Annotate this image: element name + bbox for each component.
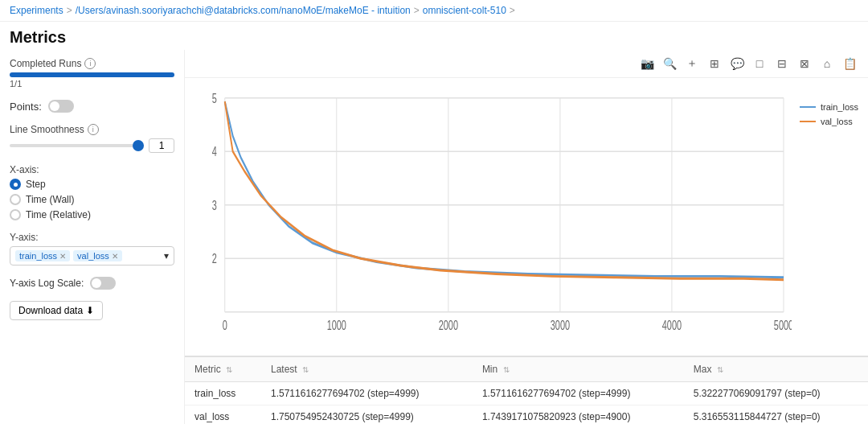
tag-val-loss: val_loss ✕: [73, 250, 122, 261]
main-layout: Completed Runs i 1/1 Points: Line Smooth…: [0, 50, 868, 424]
legend-val-loss: val_loss: [800, 117, 858, 126]
xaxis-step-label: Step: [26, 179, 46, 190]
chart-svg: 5 4 3 2 0 1000 2000 3000 4000 5000: [185, 78, 800, 356]
toolbar-grid-icon[interactable]: ⊞: [706, 55, 723, 72]
toolbar-box-icon[interactable]: □: [751, 55, 768, 72]
cell-metric-0: train_loss: [185, 382, 261, 405]
chart-content: 5 4 3 2 0 1000 2000 3000 4000 5000: [185, 78, 868, 356]
toolbar-chat-icon[interactable]: 💬: [728, 55, 746, 72]
sep3: >: [510, 5, 515, 16]
download-button[interactable]: Download data ⬇: [10, 301, 103, 320]
cell-latest-1: 1.750754952430725 (step=4999): [261, 405, 473, 425]
col-max[interactable]: Max ⇅: [684, 357, 868, 382]
chart-area: 📷 🔍 ＋ ⊞ 💬 □ ⊟ ⊠ ⌂ 📋: [185, 50, 868, 424]
svg-text:4000: 4000: [662, 318, 682, 333]
smoothness-label: Line Smoothness: [10, 124, 84, 135]
toolbar-clipboard-icon[interactable]: 📋: [841, 55, 858, 72]
sidebar: Completed Runs i 1/1 Points: Line Smooth…: [0, 50, 185, 424]
smoothness-value-input[interactable]: 1: [149, 138, 174, 153]
completed-runs-label: Completed Runs: [10, 58, 81, 69]
log-scale-toggle[interactable]: [90, 277, 116, 290]
tag-train-loss: train_loss ✕: [15, 250, 70, 261]
svg-text:5: 5: [212, 90, 217, 105]
points-section: Points:: [10, 100, 174, 113]
cell-latest-0: 1.5711616277694702 (step=4999): [261, 382, 473, 405]
breadcrumb: Experiments > /Users/avinash.sooriyarach…: [0, 0, 868, 22]
toolbar-plus-icon[interactable]: ＋: [683, 55, 701, 72]
toolbar-zoom-icon[interactable]: 🔍: [661, 55, 678, 72]
metrics-table-area: Metric ⇅ Latest ⇅ Min ⇅ Max ⇅ train_loss…: [185, 356, 868, 424]
chart-legend: train_loss val_loss: [800, 78, 868, 356]
yaxis-label: Y-axis:: [10, 232, 39, 243]
chart-toolbar: 📷 🔍 ＋ ⊞ 💬 □ ⊟ ⊠ ⌂ 📋: [185, 50, 868, 78]
svg-text:1000: 1000: [327, 318, 347, 333]
svg-text:0: 0: [223, 318, 227, 333]
nav-run[interactable]: omniscient-colt-510: [423, 5, 506, 16]
xaxis-label: X-axis:: [10, 164, 39, 175]
smoothness-slider[interactable]: [10, 144, 144, 147]
yaxis-dropdown-icon[interactable]: ▾: [164, 250, 169, 261]
legend-train-loss-label: train_loss: [821, 102, 858, 112]
metrics-table: Metric ⇅ Latest ⇅ Min ⇅ Max ⇅ train_loss…: [185, 357, 868, 424]
cell-max-1: 5.316553115844727 (step=0): [684, 405, 868, 425]
legend-val-loss-label: val_loss: [821, 117, 853, 126]
xaxis-radio-group: Step Time (Wall) Time (Relative): [10, 179, 174, 220]
toolbar-camera-icon[interactable]: 📷: [638, 55, 656, 72]
tag-val-loss-remove[interactable]: ✕: [112, 252, 118, 261]
xaxis-step[interactable]: Step: [10, 179, 174, 190]
toolbar-cross-icon[interactable]: ⊠: [796, 55, 813, 72]
nav-experiments[interactable]: Experiments: [10, 5, 63, 16]
cell-min-1: 1.7439171075820923 (step=4900): [473, 405, 684, 425]
svg-text:3: 3: [212, 197, 217, 212]
legend-train-loss-line: [800, 106, 816, 108]
xaxis-time-wall-radio[interactable]: [10, 194, 21, 205]
completed-runs-section: Completed Runs i 1/1: [10, 58, 174, 89]
svg-text:5000: 5000: [774, 318, 792, 333]
yaxis-tags: train_loss ✕ val_loss ✕: [15, 250, 164, 261]
smoothness-section: Line Smoothness i 1: [10, 124, 174, 153]
runs-count: 1/1: [10, 79, 174, 89]
sep1: >: [67, 5, 72, 16]
xaxis-section: X-axis: Step Time (Wall) Time (Relative): [10, 164, 174, 220]
xaxis-time-relative-label: Time (Relative): [26, 209, 91, 220]
cell-max-0: 5.322277069091797 (step=0): [684, 382, 868, 405]
points-toggle[interactable]: [48, 100, 74, 113]
cell-metric-1: val_loss: [185, 405, 261, 425]
progress-bar: [10, 72, 174, 77]
nav-path1[interactable]: /Users/avinash.sooriyarachchi@databricks…: [76, 5, 411, 16]
smoothness-info-icon[interactable]: i: [88, 124, 99, 135]
log-scale-label: Y-axis Log Scale:: [10, 278, 84, 289]
table-row: val_loss 1.750754952430725 (step=4999) 1…: [185, 405, 868, 425]
legend-train-loss: train_loss: [800, 102, 858, 112]
xaxis-step-radio[interactable]: [10, 179, 21, 190]
page-title: Metrics: [0, 22, 868, 50]
svg-text:3000: 3000: [551, 318, 571, 333]
yaxis-section: Y-axis: train_loss ✕ val_loss ✕ ▾: [10, 232, 174, 266]
svg-text:2000: 2000: [439, 318, 459, 333]
xaxis-time-wall[interactable]: Time (Wall): [10, 194, 174, 205]
legend-val-loss-line: [800, 121, 816, 122]
download-label: Download data: [18, 305, 83, 316]
col-metric[interactable]: Metric ⇅: [185, 357, 261, 382]
download-icon: ⬇: [86, 305, 94, 316]
svg-text:4: 4: [212, 144, 217, 159]
col-latest[interactable]: Latest ⇅: [261, 357, 473, 382]
points-label: Points:: [10, 101, 42, 113]
completed-runs-info-icon[interactable]: i: [84, 58, 96, 69]
table-row: train_loss 1.5711616277694702 (step=4999…: [185, 382, 868, 405]
toolbar-minus-icon[interactable]: ⊟: [773, 55, 791, 72]
svg-text:2: 2: [212, 251, 217, 266]
xaxis-time-relative[interactable]: Time (Relative): [10, 209, 174, 220]
log-scale-section: Y-axis Log Scale:: [10, 277, 174, 290]
sep2: >: [414, 5, 420, 16]
yaxis-select[interactable]: train_loss ✕ val_loss ✕ ▾: [10, 246, 174, 266]
tag-train-loss-remove[interactable]: ✕: [59, 252, 66, 261]
chart-lines-svg: 5 4 3 2 0 1000 2000 3000 4000 5000: [193, 86, 792, 348]
toolbar-home-icon[interactable]: ⌂: [818, 55, 836, 72]
cell-min-0: 1.5711616277694702 (step=4999): [473, 382, 684, 405]
col-min[interactable]: Min ⇅: [473, 357, 684, 382]
xaxis-time-wall-label: Time (Wall): [26, 194, 74, 205]
xaxis-time-relative-radio[interactable]: [10, 209, 21, 220]
